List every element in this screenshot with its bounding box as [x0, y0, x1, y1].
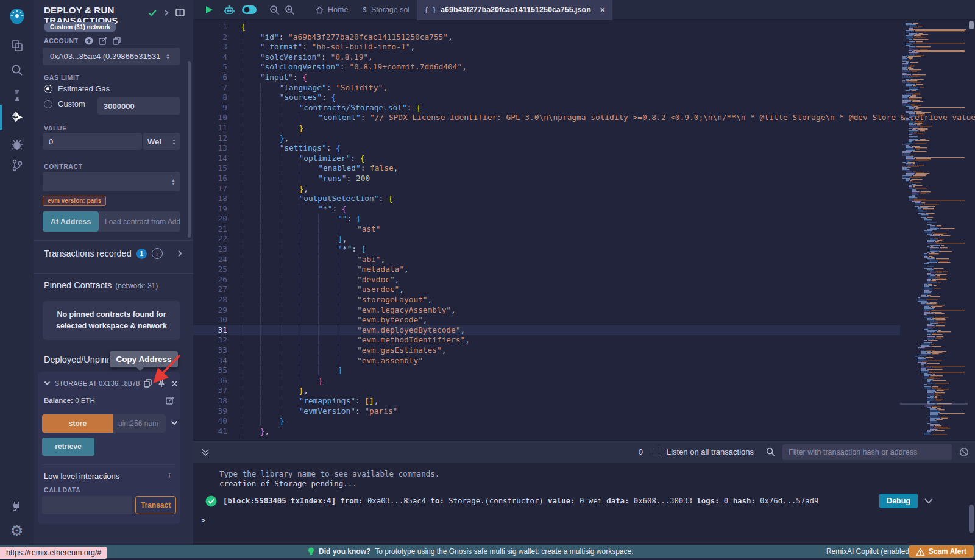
run-script-icon[interactable]: [205, 5, 213, 14]
collapse-contract-chevron-icon[interactable]: [44, 381, 51, 386]
code-line-10[interactable]: 10 "content": "// SPDX-License-Identifie…: [193, 113, 900, 123]
remix-logo[interactable]: [0, 5, 34, 29]
transaction-log-row[interactable]: [block:5583405 txIndex:4] from: 0xa03...…: [205, 494, 975, 508]
code-line-29[interactable]: 29 "evm.legacyAssembly",: [193, 305, 900, 316]
close-tab-icon[interactable]: ×: [600, 5, 605, 15]
search-icon[interactable]: [0, 58, 34, 82]
transaction-filter-input[interactable]: [782, 444, 952, 460]
pin-contract-icon[interactable]: [158, 379, 165, 388]
code-line-15[interactable]: 15 "enabled": false,: [193, 163, 900, 174]
code-line-27[interactable]: 27 "userdoc",: [193, 285, 900, 295]
file-explorer-icon[interactable]: [0, 34, 34, 57]
terminal-body[interactable]: Type the library name to see available c…: [193, 463, 975, 545]
source-control-icon[interactable]: [0, 154, 34, 177]
code-line-11[interactable]: 11 }: [193, 123, 900, 133]
plugin-manager-icon[interactable]: [0, 494, 34, 517]
clear-console-icon[interactable]: [959, 447, 969, 457]
terminal-scrollbar-thumb[interactable]: [969, 505, 974, 533]
remove-contract-icon[interactable]: [171, 380, 178, 387]
tab-a69b43f277ba20fcac141151250ca755-json[interactable]: { }a69b43f277ba20fcac141151250ca755.json…: [417, 0, 612, 20]
code-line-40[interactable]: 40 }: [193, 416, 900, 427]
ai-copilot-robot-icon[interactable]: [223, 4, 235, 15]
listen-all-checkbox[interactable]: [653, 448, 661, 456]
code-line-18[interactable]: 18 "outputSelection": {: [193, 194, 900, 204]
code-line-21[interactable]: 21 "ast": [193, 224, 900, 235]
minimap-canvas[interactable]: [900, 21, 968, 438]
code-line-17[interactable]: 17 },: [193, 184, 900, 194]
account-select[interactable]: 0xA03...85ac4 (0.39866531531 ▲▼: [43, 48, 180, 65]
code-line-1[interactable]: 1{: [193, 22, 900, 32]
value-unit-select[interactable]: Wei ▲▼: [143, 133, 180, 150]
settings-gear-icon[interactable]: ⚙: [0, 519, 34, 542]
code-line-7[interactable]: 7 "language": "Solidity",: [193, 83, 900, 93]
code-line-30[interactable]: 30 "evm.bytecode",: [193, 315, 900, 325]
calldata-input[interactable]: [42, 496, 132, 514]
code-line-13[interactable]: 13 "settings": {: [193, 143, 900, 154]
tab-home[interactable]: Home: [308, 0, 355, 20]
code-line-6[interactable]: 6 "input": {: [193, 73, 900, 83]
low-level-info-icon[interactable]: i: [165, 471, 174, 481]
deploy-and-run-icon[interactable]: [0, 106, 34, 129]
zoom-out-icon[interactable]: [269, 5, 280, 15]
expand-store-chevron-icon[interactable]: [171, 420, 178, 426]
code-line-33[interactable]: 33 "evm.gasEstimates",: [193, 346, 900, 356]
editor-scrollbar[interactable]: [968, 20, 975, 440]
retrieve-button[interactable]: retrieve: [42, 438, 94, 456]
code-editor[interactable]: 1{2 "id": "a69b43f277ba20fcac141151250ca…: [193, 20, 975, 440]
code-line-23[interactable]: 23 "*": [: [193, 244, 900, 255]
code-line-34[interactable]: 34 "evm.assembly": [193, 356, 900, 366]
add-account-icon[interactable]: [85, 37, 93, 45]
code-line-32[interactable]: 32 "evm.methodIdentifiers",: [193, 335, 900, 346]
debugger-icon[interactable]: [0, 133, 34, 156]
code-line-9[interactable]: 9 "contracts/Storage.sol": {: [193, 103, 900, 113]
zoom-in-icon[interactable]: [285, 5, 295, 15]
copy-account-icon[interactable]: [113, 37, 121, 45]
panel-scrollbar[interactable]: [188, 61, 191, 238]
code-line-36[interactable]: 36 }: [193, 376, 900, 386]
code-line-14[interactable]: 14 "optimizer": {: [193, 154, 900, 164]
transact-button[interactable]: Transact: [135, 496, 176, 514]
at-address-button[interactable]: At Address: [43, 211, 99, 232]
scam-alert-badge[interactable]: Scam Alert: [909, 545, 974, 558]
tab-storage-sol[interactable]: SStorage.sol: [355, 0, 417, 20]
copy-address-icon[interactable]: [144, 379, 152, 388]
code-line-31[interactable]: 31 "evm.deployedBytecode",: [193, 325, 900, 336]
code-line-35[interactable]: 35 ]: [193, 366, 900, 376]
code-line-2[interactable]: 2 "id": "a69b43f277ba20fcac141151250ca75…: [193, 32, 900, 43]
code-line-39[interactable]: 39 "evmVersion": "paris": [193, 406, 900, 417]
expand-tx-chevron-icon[interactable]: [924, 498, 934, 505]
account-select-stepper-icon[interactable]: ▲▼: [166, 53, 170, 60]
value-input[interactable]: [43, 133, 142, 150]
contract-select[interactable]: ▲▼: [43, 172, 180, 191]
edit-balance-icon[interactable]: [166, 396, 174, 405]
copilot-toggle[interactable]: [241, 5, 257, 15]
terminal-prompt[interactable]: >: [201, 516, 975, 525]
code-line-12[interactable]: 12 },: [193, 133, 900, 144]
editor-scrollbar-thumb[interactable]: [969, 21, 974, 29]
code-line-19[interactable]: 19 "*": {: [193, 204, 900, 214]
code-line-5[interactable]: 5 "solcLongVersion": "0.8.19+commit.7dd6…: [193, 62, 900, 73]
code-line-16[interactable]: 16 "runs": 200: [193, 174, 900, 184]
code-line-24[interactable]: 24 "abi",: [193, 255, 900, 265]
custom-gas-radio[interactable]: [44, 100, 52, 108]
terminal-search-icon[interactable]: [766, 447, 775, 456]
code-line-38[interactable]: 38 "remappings": [],: [193, 396, 900, 406]
code-line-25[interactable]: 25 "metadata",: [193, 264, 900, 275]
layout-columns-icon[interactable]: [176, 9, 185, 16]
edit-account-icon[interactable]: [99, 37, 107, 45]
code-line-28[interactable]: 28 "storageLayout",: [193, 295, 900, 305]
store-button[interactable]: store: [42, 414, 113, 433]
code-line-20[interactable]: 20 "": [: [193, 214, 900, 224]
code-line-22[interactable]: 22 ],: [193, 234, 900, 244]
debug-button[interactable]: Debug: [879, 494, 918, 508]
code-line-8[interactable]: 8 "sources": {: [193, 93, 900, 103]
pin-panel-chevron-icon[interactable]: [163, 9, 169, 16]
estimated-gas-radio[interactable]: [44, 85, 52, 93]
transactions-info-icon[interactable]: i: [152, 248, 163, 259]
at-address-input[interactable]: Load contract from Address: [99, 211, 180, 232]
code-line-41[interactable]: 41 },: [193, 427, 900, 437]
store-arg-input[interactable]: [113, 414, 166, 433]
collapse-terminal-icon[interactable]: [201, 448, 210, 456]
custom-gas-input[interactable]: [98, 97, 180, 115]
code-line-37[interactable]: 37 },: [193, 386, 900, 396]
